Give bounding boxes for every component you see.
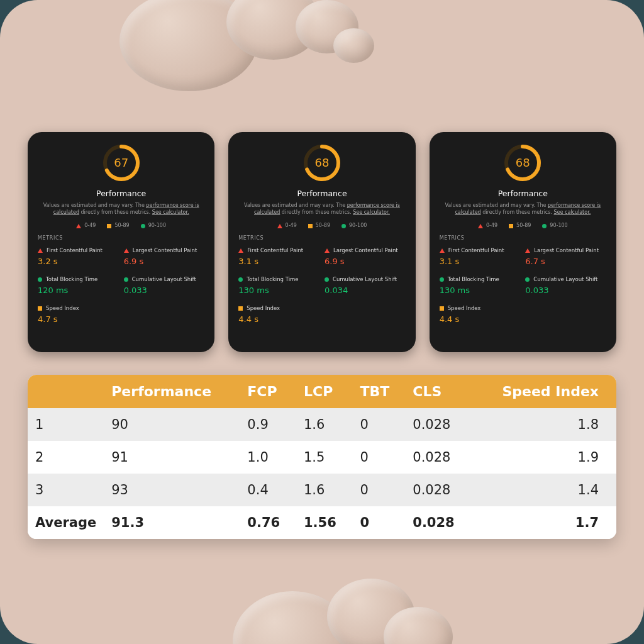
legend-poor: 0-49: [486, 223, 497, 229]
col-tbt: TBT: [353, 375, 406, 408]
square-icon: [509, 224, 513, 228]
circle-icon: [525, 277, 530, 282]
metric-tbt: Total Blocking Time 130 ms: [440, 276, 521, 296]
legend-good: 90-100: [550, 223, 567, 229]
metric-si-value: 4.7 s: [38, 314, 204, 325]
performance-score: 68: [503, 143, 542, 182]
legend-poor: 0-49: [286, 223, 297, 229]
square-icon: [238, 306, 243, 311]
triangle-icon: [76, 224, 81, 228]
metric-fcp: First Contentful Paint 3.1 s: [440, 247, 521, 267]
square-icon: [308, 224, 313, 228]
metric-tbt: Total Blocking Time 120 ms: [38, 276, 119, 296]
circle-icon: [341, 224, 346, 228]
card-title: Performance: [38, 189, 204, 199]
results-table: Performance FCP LCP TBT CLS Speed Index …: [28, 375, 616, 539]
metric-cls: Cumulative Layout Shift 0.034: [325, 276, 406, 296]
metric-cls-value: 0.033: [124, 286, 205, 296]
score-legend: 0-49 50-89 90-100: [440, 223, 606, 229]
triangle-icon: [525, 248, 530, 253]
metric-si-value: 4.4 s: [440, 314, 606, 325]
table-header-row: Performance FCP LCP TBT CLS Speed Index: [28, 375, 616, 408]
legend-mid: 50-89: [316, 223, 330, 229]
col-fcp: FCP: [240, 375, 296, 408]
legend-good: 90-100: [349, 223, 367, 229]
metric-lcp-value: 6.9 s: [124, 257, 205, 267]
circle-icon: [141, 224, 145, 228]
metric-fcp: First Contentful Paint 3.1 s: [238, 247, 319, 267]
legend-poor: 0-49: [84, 223, 96, 229]
triangle-icon: [124, 248, 129, 253]
table-row-average: Average91.30.761.5600.0281.7: [28, 506, 616, 539]
square-icon: [440, 306, 444, 311]
triangle-icon: [277, 224, 282, 228]
metric-tbt-value: 120 ms: [38, 286, 119, 296]
performance-gauge: 68: [503, 143, 542, 182]
table-row: 1900.91.600.0281.8: [28, 408, 616, 441]
square-icon: [107, 224, 111, 228]
circle-icon: [38, 277, 42, 282]
circle-icon: [238, 277, 243, 282]
metric-cls-value: 0.034: [325, 286, 406, 296]
metric-lcp: Largest Contentful Paint 6.7 s: [525, 247, 606, 267]
metric-lcp: Largest Contentful Paint 6.9 s: [325, 247, 406, 267]
card-title: Performance: [238, 189, 405, 199]
square-icon: [38, 306, 42, 311]
decorative-cloud-bottom: [233, 579, 459, 644]
performance-gauge: 67: [102, 143, 141, 182]
triangle-icon: [238, 248, 243, 253]
see-calculator-link[interactable]: See calculator.: [353, 209, 390, 215]
lighthouse-card: 68 Performance Values are estimated and …: [228, 132, 415, 352]
score-legend: 0-49 50-89 90-100: [238, 223, 405, 229]
metric-fcp-value: 3.1 s: [440, 257, 521, 267]
circle-icon: [440, 277, 444, 282]
card-title: Performance: [440, 189, 606, 199]
score-legend: 0-49 50-89 90-100: [38, 223, 204, 229]
metric-si-value: 4.4 s: [238, 314, 405, 325]
metric-cls: Cumulative Layout Shift 0.033: [525, 276, 606, 296]
see-calculator-link[interactable]: See calculator.: [554, 209, 591, 215]
performance-score: 67: [102, 143, 141, 182]
card-description: Values are estimated and may vary. The p…: [38, 203, 204, 216]
metrics-heading: METRICS: [38, 235, 204, 242]
lighthouse-card: 67 Performance Values are estimated and …: [28, 132, 214, 352]
metrics-heading: METRICS: [440, 235, 606, 242]
legend-mid: 50-89: [516, 223, 531, 229]
triangle-icon: [478, 224, 483, 228]
performance-gauge: 68: [303, 143, 341, 182]
metric-lcp: Largest Contentful Paint 6.9 s: [124, 247, 205, 267]
see-calculator-link[interactable]: See calculator.: [152, 209, 189, 215]
metric-fcp: First Contentful Paint 3.2 s: [38, 247, 119, 267]
card-description: Values are estimated and may vary. The p…: [238, 203, 405, 216]
triangle-icon: [325, 248, 330, 253]
metric-speed-index: Speed Index 4.4 s: [238, 305, 405, 325]
metric-tbt-value: 130 ms: [440, 286, 521, 296]
table-row: 3930.41.600.0281.4: [28, 474, 616, 506]
metric-cls-value: 0.033: [525, 286, 606, 296]
performance-score: 68: [303, 143, 341, 182]
legend-good: 90-100: [148, 223, 166, 229]
metrics-heading: METRICS: [238, 235, 405, 242]
metric-tbt: Total Blocking Time 130 ms: [238, 276, 319, 296]
legend-mid: 50-89: [114, 223, 129, 229]
card-description: Values are estimated and may vary. The p…: [440, 203, 606, 216]
triangle-icon: [440, 248, 445, 253]
table-row: 2911.01.500.0281.9: [28, 441, 616, 474]
metric-fcp-value: 3.1 s: [238, 257, 319, 267]
metric-speed-index: Speed Index 4.7 s: [38, 305, 204, 325]
metric-speed-index: Speed Index 4.4 s: [440, 305, 606, 325]
metric-lcp-value: 6.9 s: [325, 257, 406, 267]
circle-icon: [124, 277, 128, 282]
circle-icon: [542, 224, 547, 228]
metric-lcp-value: 6.7 s: [525, 257, 606, 267]
metric-fcp-value: 3.2 s: [38, 257, 119, 267]
col-lcp: LCP: [296, 375, 353, 408]
col-performance: Performance: [104, 375, 240, 408]
lighthouse-card: 68 Performance Values are estimated and …: [430, 132, 616, 352]
col-cls: CLS: [405, 375, 472, 408]
lighthouse-cards-row: 67 Performance Values are estimated and …: [28, 132, 616, 352]
circle-icon: [325, 277, 329, 282]
content-panel: 67 Performance Values are estimated and …: [0, 0, 644, 644]
col-speed-index: Speed Index: [472, 375, 616, 408]
col-index: [28, 375, 104, 408]
